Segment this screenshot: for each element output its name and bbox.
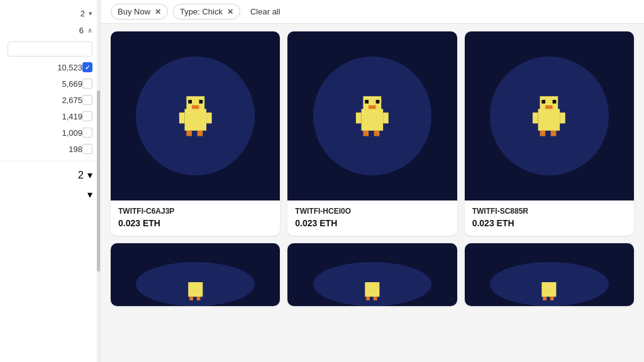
- filter-checkbox-5[interactable]: [82, 144, 92, 154]
- sidebar-search-input[interactable]: [8, 41, 92, 57]
- nft-card-2[interactable]: TWITFI-SC885R 0.023 ETH: [465, 31, 634, 236]
- nft-name-0: TWITFI-C6AJ3P: [118, 207, 272, 216]
- nft-info-0: TWITFI-C6AJ3P 0.023 ETH: [111, 200, 280, 236]
- svg-rect-31: [366, 297, 370, 300]
- nft-card-4[interactable]: [287, 243, 457, 306]
- svg-rect-2: [188, 100, 192, 104]
- chick-svg-2: [516, 84, 582, 149]
- sidebar-row-2: 6 ∧: [0, 22, 100, 39]
- sidebar-divider: [0, 161, 100, 162]
- svg-rect-15: [383, 112, 389, 123]
- filter-checkbox-1[interactable]: [82, 79, 92, 89]
- scrollbar-thumb[interactable]: [97, 90, 100, 272]
- svg-rect-7: [186, 131, 192, 136]
- sidebar-filter-row-5: 198: [0, 141, 100, 157]
- nft-image-0: [111, 31, 280, 200]
- nft-info-2: TWITFI-SC885R 0.023 ETH: [465, 200, 634, 236]
- nft-price-1: 0.023 ETH: [295, 218, 449, 228]
- sidebar: 2 ▾ 6 ∧ 10,523 5,669 2,675 1,419 1,009 1…: [0, 0, 101, 362]
- svg-rect-19: [540, 96, 558, 112]
- nft-image-1: [287, 31, 457, 200]
- svg-rect-35: [550, 297, 554, 300]
- svg-rect-22: [546, 105, 553, 109]
- svg-rect-12: [376, 100, 380, 104]
- nft-card-3[interactable]: [111, 243, 280, 306]
- filter-checkbox-0[interactable]: [82, 62, 92, 72]
- clear-all-button[interactable]: Clear all: [245, 4, 286, 19]
- nft-circle-partial-2: [313, 262, 432, 306]
- nft-image-2: [465, 31, 634, 200]
- chick-svg-0: [163, 84, 228, 149]
- sidebar-chevron-2[interactable]: ∧: [87, 26, 92, 35]
- svg-rect-28: [189, 297, 193, 300]
- svg-rect-30: [365, 282, 379, 297]
- svg-rect-23: [533, 112, 538, 123]
- filter-bar: Buy Now ✕ Type: Chick ✕ Clear all: [101, 0, 644, 24]
- buy-now-close-icon[interactable]: ✕: [155, 8, 161, 16]
- chick-partial-svg-1: [163, 282, 228, 307]
- type-chick-label: Type: Chick: [180, 7, 223, 16]
- filter-checkbox-3[interactable]: [82, 111, 92, 121]
- filter-checkbox-4[interactable]: [82, 128, 92, 138]
- chick-svg-1: [340, 84, 405, 149]
- svg-rect-4: [192, 105, 199, 109]
- chick-partial-svg-3: [516, 282, 582, 307]
- sidebar-filter-row-4: 1,009: [0, 124, 100, 141]
- svg-rect-27: [188, 282, 203, 297]
- svg-rect-34: [543, 297, 547, 300]
- svg-rect-32: [374, 297, 377, 300]
- buy-now-chip[interactable]: Buy Now ✕: [111, 4, 168, 19]
- svg-rect-26: [551, 131, 557, 136]
- nft-circle-partial-1: [136, 262, 255, 306]
- svg-rect-8: [197, 131, 203, 136]
- buy-now-label: Buy Now: [118, 7, 150, 16]
- nft-image-3: [111, 243, 280, 306]
- sidebar-row-1: 2 ▾: [0, 5, 100, 22]
- sidebar-count-1: 2: [80, 9, 85, 18]
- svg-rect-17: [374, 131, 380, 136]
- sidebar-bottom-row-2: ▾: [0, 185, 100, 204]
- type-chick-close-icon[interactable]: ✕: [227, 8, 233, 16]
- nft-card-0[interactable]: TWITFI-C6AJ3P 0.023 ETH: [111, 31, 280, 236]
- filter-count-1: 5,669: [8, 79, 82, 89]
- filter-count-3: 1,419: [8, 112, 82, 121]
- filter-count-2: 2,675: [8, 96, 82, 105]
- main-content: Buy Now ✕ Type: Chick ✕ Clear all: [101, 0, 644, 362]
- nft-price-2: 0.023 ETH: [472, 218, 626, 228]
- nft-circle-0: [136, 57, 255, 175]
- svg-rect-6: [206, 112, 212, 123]
- sidebar-filter-row-0: 10,523: [0, 59, 100, 75]
- svg-rect-13: [369, 105, 376, 109]
- sidebar-chevron-1[interactable]: ▾: [89, 9, 92, 18]
- svg-rect-20: [542, 100, 546, 104]
- nft-circle-partial-3: [490, 262, 609, 306]
- sidebar-bottom-chevron-1[interactable]: ▾: [87, 169, 92, 181]
- sidebar-bottom-row-1: 2 ▾: [0, 165, 100, 185]
- sidebar-bottom-count-1: 2: [78, 170, 84, 181]
- sidebar-count-2: 6: [79, 26, 84, 35]
- nft-card-1[interactable]: TWITFI-HCEI0O 0.023 ETH: [287, 31, 457, 236]
- svg-rect-24: [560, 112, 566, 123]
- svg-rect-1: [186, 96, 204, 112]
- nft-name-1: TWITFI-HCEI0O: [295, 207, 449, 216]
- nft-grid: TWITFI-C6AJ3P 0.023 ETH: [111, 31, 634, 306]
- nft-image-5: [465, 243, 634, 306]
- svg-rect-25: [540, 131, 546, 136]
- svg-rect-3: [199, 100, 203, 104]
- nft-name-2: TWITFI-SC885R: [472, 207, 626, 216]
- filter-checkbox-2[interactable]: [82, 95, 92, 105]
- nft-price-0: 0.023 ETH: [118, 218, 272, 228]
- sidebar-bottom-chevron-2[interactable]: ▾: [87, 189, 92, 200]
- sidebar-search-row: [0, 39, 100, 59]
- sidebar-filter-row-2: 2,675: [0, 92, 100, 108]
- svg-rect-33: [542, 282, 557, 297]
- svg-rect-29: [197, 297, 201, 300]
- filter-count-4: 1,009: [8, 128, 82, 138]
- scrollbar-track: [97, 0, 100, 362]
- svg-rect-21: [553, 100, 557, 104]
- chick-partial-svg-2: [340, 282, 405, 307]
- type-chick-chip[interactable]: Type: Chick ✕: [173, 4, 240, 19]
- nft-info-1: TWITFI-HCEI0O 0.023 ETH: [287, 200, 457, 236]
- nft-circle-1: [313, 57, 432, 175]
- nft-card-5[interactable]: [465, 243, 634, 306]
